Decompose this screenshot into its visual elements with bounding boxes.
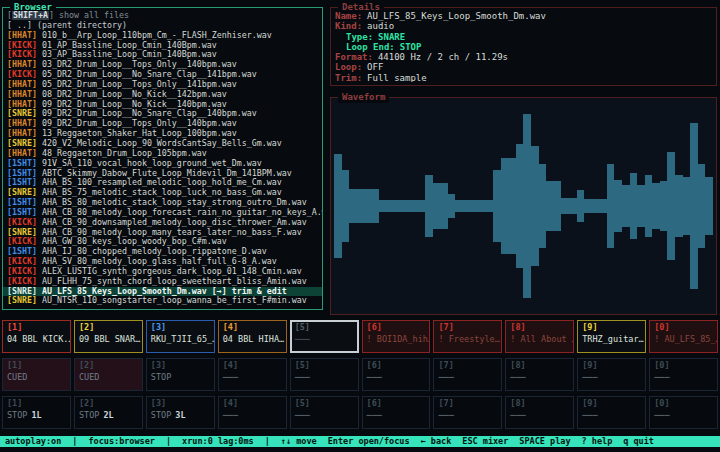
file-type-tag: [1SHT]	[7, 159, 37, 168]
file-list: [SHIFT+A] show all files [ ..] (parent d…	[3, 11, 322, 307]
parent-directory-item[interactable]: [ ..] (parent directory)	[3, 21, 322, 31]
status-bar-item: ESC mixer	[462, 436, 508, 447]
status-bar-item: ← back	[421, 436, 452, 447]
pad[interactable]: [3]RKU_TJII_65_…	[146, 320, 215, 353]
file-row[interactable]: [KICK]05_DR2_Drum_Loop__No_Snare_Clap__1…	[3, 70, 322, 80]
file-row[interactable]: [1SHT]AHA_IJ_80_chopped_melody_loop_ripp…	[3, 247, 322, 257]
pad[interactable]: [8]! All About …	[505, 320, 574, 353]
pad-status-text: ───	[223, 410, 238, 420]
pad-number: [1]	[7, 360, 66, 372]
file-row[interactable]: [KICK]AU_FLHH_75_synth_chord_loop_sweeth…	[3, 277, 322, 287]
status-bar-item: SPACE play	[519, 436, 570, 447]
file-name: 09_DR2_Drum_Loop__No_Snare_Clap__140bpm.…	[42, 109, 257, 118]
file-row[interactable]: [HHAT]010_b__Arp_Loop_110bpm_Cm_-_FLASH_…	[3, 31, 322, 41]
pad-number: [4]	[223, 322, 282, 334]
status-bar-item: autoplay:on	[5, 436, 61, 447]
waveform-bar	[599, 199, 607, 214]
file-name: AHA_BS_80_melodic_stack_loop_stay_strong…	[42, 198, 307, 207]
file-type-tag: [HHAT]	[7, 90, 37, 99]
file-name: 03_AP_Bassline_Loop_Cmin_140Bpm.wav	[42, 50, 217, 59]
file-row[interactable]: [1SHT]ABTC_Skimmy_Dabow_Flute_Loop_Midev…	[3, 169, 322, 179]
waveform-bar	[622, 185, 630, 227]
pad[interactable]: [0]! AU_LFS_85_…	[649, 320, 718, 353]
detail-row: Name:AU_LFS_85_Keys_Loop_Smooth_Dm.wav	[335, 11, 712, 21]
pad-status: ───	[438, 372, 497, 384]
pad-status-text: ───	[223, 372, 238, 382]
file-row[interactable]: [HHAT]09_DR2_Drum_Loop__No_Kick__140bpm.…	[3, 100, 322, 110]
file-row[interactable]: [SNRE]AU_NTSR_110_songstarter_loop_wanna…	[3, 296, 322, 306]
detail-row: Loop:OFF	[335, 62, 712, 72]
pad-number: [8]	[510, 322, 569, 334]
pad-number: [0]	[654, 360, 713, 372]
pad-number: [9]	[582, 398, 641, 410]
pad-status: ───	[582, 410, 641, 422]
detail-key: Loop:	[335, 62, 362, 72]
file-row[interactable]: [HHAT]09_DR2_Drum_Loop__Tops_Only__140bp…	[3, 119, 322, 129]
file-name: 05_DR2_Drum_Loop__Tops_Only__141bpm.wav	[42, 80, 237, 89]
file-row[interactable]: [SNRE]AU_LFS_85_Keys_Loop_Smooth_Dm.wav[…	[3, 287, 322, 297]
waveform-bar	[652, 183, 660, 229]
waveform-bar	[531, 146, 539, 267]
pad-status: ───	[510, 410, 569, 422]
pad-bank-row: [1]04 BBL KICK.… [2]09 BBL SNAR… [3]RKU_…	[2, 320, 718, 353]
file-row[interactable]: [HHAT]03_DR2_Drum_Loop__Tops_Only__140bp…	[3, 60, 322, 70]
pad-status-cell: [7]───	[433, 358, 502, 391]
pad-number: [2]	[79, 398, 138, 410]
waveform-bar	[516, 144, 524, 269]
pad-status-cell: [3]STOP3L	[146, 396, 215, 429]
show-all-files-hint: [SHIFT+A] show all files	[3, 11, 322, 21]
waveform-bar	[334, 154, 342, 258]
file-row[interactable]: [KICK]03_AP_Bassline_Loop_Cmin_140Bpm.wa…	[3, 50, 322, 60]
file-row[interactable]: [1SHT]AHA_BS_100_resampled_melodic_loop_…	[3, 178, 322, 188]
pad-status-cell: [1]STOP1L	[2, 396, 71, 429]
file-type-tag: [SNRE]	[7, 228, 37, 237]
detail-value: OFF	[367, 62, 383, 72]
pad-status: STOP2L	[79, 410, 138, 422]
file-name: AU_FLHH_75_synth_chord_loop_sweetheart_b…	[42, 277, 307, 286]
file-row[interactable]: [1SHT]AHA_BS_80_melodic_stack_loop_stay_…	[3, 198, 322, 208]
waveform-bar	[508, 158, 516, 254]
waveform-bar	[470, 200, 478, 212]
waveform-bar	[425, 175, 433, 237]
pad-status: ───	[223, 410, 282, 422]
file-row[interactable]: [SNRE]09_DR2_Drum_Loop__No_Snare_Clap__1…	[3, 109, 322, 119]
file-row[interactable]: [HHAT]05_DR2_Drum_Loop__Tops_Only__141bp…	[3, 80, 322, 90]
file-row[interactable]: [HHAT]13_Reggaeton_Shaker_Hat_Loop_100bp…	[3, 129, 322, 139]
status-bar-item: ↑↓ move	[281, 436, 317, 447]
waveform-bar	[357, 189, 365, 222]
pad-status: STOP3L	[151, 410, 210, 422]
file-row[interactable]: [1SHT]91V_SA_110_vocal_hook_loop_ground_…	[3, 159, 322, 169]
pad[interactable]: [7]! Freestyle…	[433, 320, 502, 353]
pad-status-text: ───	[295, 372, 310, 382]
file-name: AHA_IJ_80_chopped_melody_loop_rippatone_…	[42, 247, 267, 256]
file-row[interactable]: [KICK]01_AP_Bassline_Loop_Cmin_140Bpm.wa…	[3, 41, 322, 51]
pad-status-cell: [0]───	[649, 358, 718, 391]
pad-status-cell: [3]STOP	[146, 358, 215, 391]
pad-status: STOP1L	[7, 410, 66, 422]
waveform-bar	[493, 170, 501, 243]
file-row[interactable]: [SNRE]420_V2_Melodic_Loop_90_WordsCantSa…	[3, 139, 322, 149]
hint-text: show all files	[59, 11, 129, 20]
file-row[interactable]: [KICK]AHA_SV_80_melody_loop_glass_half_f…	[3, 257, 322, 267]
file-row[interactable]: [SNRE]AHA_CB_90_melody_loop_many_tears_l…	[3, 228, 322, 238]
pad[interactable]: [9]TRHZ_guitar…	[577, 320, 646, 353]
file-name: 91V_SA_110_vocal_hook_loop_ground_wet_Dm…	[42, 159, 262, 168]
file-row[interactable]: [HHAT]08_DR2_Drum_Loop__No_Kick__142bpm.…	[3, 90, 322, 100]
file-row[interactable]: [HHAT]48_Reggaeton_Drum_Loop_105bpm.wav	[3, 149, 322, 159]
file-row[interactable]: [SNRE]AHA_BS_75_melodic_stack_loop_luck_…	[3, 188, 322, 198]
pad-sample-name: 09 BBL SNAR…	[79, 334, 138, 346]
pad[interactable]: [5]───	[290, 320, 359, 353]
pad[interactable]: [4]04 BBL HIHA…	[218, 320, 287, 353]
pad-number: [5]	[295, 322, 354, 334]
pad[interactable]: [1]04 BBL KICK.…	[2, 320, 71, 353]
file-row[interactable]: [1SHT]AHA_CB_80_melody_loop_forecast_rai…	[3, 208, 322, 218]
pad-status-cell: [8]───	[505, 396, 574, 429]
file-row[interactable]: [KICK]AHA_CB_90_downsampled_melody_loop_…	[3, 218, 322, 228]
pad[interactable]: [6]! BOI1DA_hih…	[362, 320, 431, 353]
pad-status-text: ───	[510, 372, 525, 382]
pad-number: [6]	[367, 360, 426, 372]
detail-value: Full sample	[367, 73, 427, 82]
pad[interactable]: [2]09 BBL SNAR…	[74, 320, 143, 353]
file-row[interactable]: [KICK]ALEX_LUSTIG_synth_gorgeous_dark_lo…	[3, 267, 322, 277]
file-row[interactable]: [KICK]AHA_GW_80_keys_loop_woody_bop_C#m.…	[3, 237, 322, 247]
